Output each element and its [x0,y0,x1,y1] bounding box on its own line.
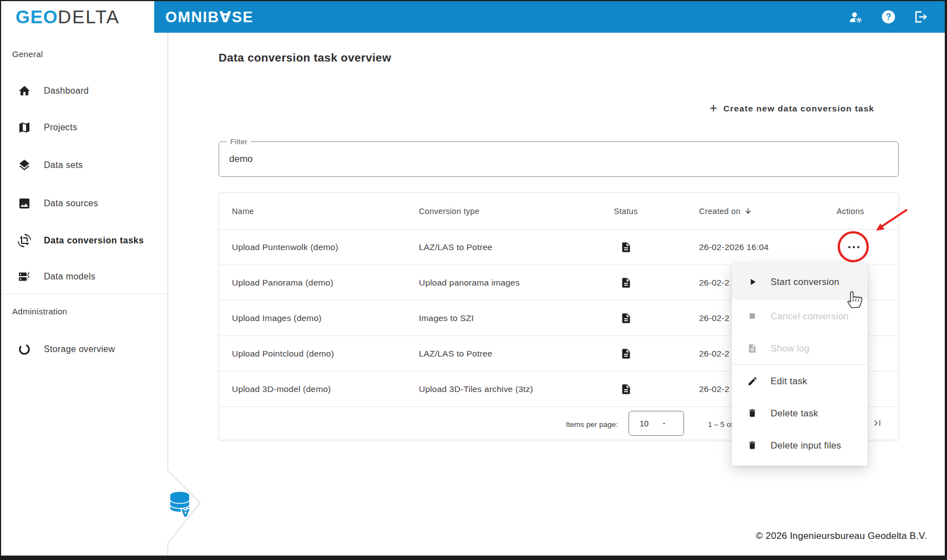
created-on-cell: 26-02-2026 16:04 [699,242,769,252]
image-icon [18,197,31,210]
status-cell [613,276,639,289]
sidebar-item-label: Dashboard [44,86,89,96]
last-page-button[interactable] [872,417,883,431]
items-per-page-value: 10 [640,419,649,428]
create-new-task-label: Create new data conversion task [723,104,874,114]
menu-item-start-conversion[interactable]: Start conversion [732,263,868,300]
page-title: Data conversion task overview [219,51,391,64]
logout-icon[interactable] [913,9,928,24]
conversion-type-cell: Upload panorama images [419,278,520,288]
column-header-status[interactable]: Status [613,207,639,216]
copyright-footer: © 2026 Ingenieursbureau Geodelta B.V. [756,531,927,542]
conversion-type-cell: Images to SZI [419,313,474,323]
logo-delta-text: DELTA [58,7,119,28]
crop-rotate-icon [18,234,31,247]
table-header-row: Name Conversion type Status Created on A… [219,193,898,230]
task-name-cell: Upload Pointcloud (demo) [232,349,334,359]
app-logo-omnibase: OMNIB∀SE [165,1,254,33]
document-status-icon [620,382,632,396]
sidebar-section-general: General [12,49,43,59]
home-icon [18,84,31,98]
top-header-bar: OMNIB∀SE ? [1,1,945,33]
sidebar-item-label: Storage overview [44,344,115,354]
created-on-cell: 26-02-2 [699,278,730,288]
sidebar-item-storage-overview[interactable]: Storage overview [1,338,168,360]
task-name-cell: Upload 3D-model (demo) [232,384,331,394]
create-new-task-button[interactable]: + Create new data conversion task [710,102,874,115]
sidebar-divider [1,294,168,294]
document-status-icon [620,347,632,360]
trash-icon [746,440,758,451]
plus-icon: + [710,102,717,115]
menu-item-label: Cancel conversion [771,311,849,322]
items-per-page-select[interactable]: 10 [629,411,684,436]
stop-icon [746,312,758,320]
user-settings-icon[interactable] [848,10,864,24]
data-models-icon [18,270,31,283]
menu-item-label: Delete task [771,408,818,419]
sidebar-nav: General Dashboard Projects Data sets Dat… [1,33,168,556]
created-on-cell: 26-02-2 [699,384,730,394]
sidebar-item-label: Data sources [44,198,98,208]
sidebar-item-dashboard[interactable]: Dashboard [1,80,168,102]
sidebar-item-data-conversion-tasks[interactable]: Data conversion tasks [1,230,168,252]
sort-descending-icon [744,207,752,215]
table-row: Upload Puntenwolk (demo) LAZ/LAS to Potr… [219,230,898,265]
column-header-conversion-type[interactable]: Conversion type [419,207,479,216]
storage-loop-icon [18,343,31,356]
menu-item-label: Show log [771,343,809,354]
sidebar-item-projects[interactable]: Projects [1,116,168,139]
menu-item-delete-input-files[interactable]: Delete input files [732,429,868,461]
status-cell [613,311,639,325]
caret-down-icon [661,420,667,427]
conversion-type-cell: LAZ/LAS to Potree [419,349,493,359]
sidebar-item-data-sources[interactable]: Data sources [1,192,168,215]
document-status-icon [620,276,632,289]
sidebar-section-administration: Administration [12,307,67,316]
play-icon [746,277,758,287]
conversion-type-cell: Upload 3D-Tiles archive (3tz) [419,384,533,394]
items-per-page-label: Items per page: [566,420,618,428]
sidebar-item-label: Data conversion tasks [44,236,144,246]
column-header-created-on[interactable]: Created on [699,207,752,216]
row-actions-context-menu: Start conversion Cancel conversion Show … [732,263,868,466]
app-window: OMNIB∀SE ? [0,0,947,560]
column-header-actions: Actions [837,207,864,216]
sidebar-item-label: Data models [44,272,95,282]
status-cell [613,240,639,254]
filter-input[interactable]: Filter demo [219,141,899,177]
actions-cell [843,241,865,253]
menu-item-cancel-conversion: Cancel conversion [732,300,868,332]
svg-text:∀: ∀ [181,507,190,519]
row-actions-menu-button[interactable] [846,241,862,253]
conversion-type-cell: LAZ/LAS to Potree [419,242,493,252]
sidebar-item-label: Projects [44,123,77,133]
created-on-cell: 26-02-2 [699,313,730,323]
task-name-cell: Upload Panorama (demo) [232,278,333,288]
map-icon [18,121,31,134]
filter-field-label: Filter [227,138,251,146]
sidebar-item-data-sets[interactable]: Data sets [1,154,168,176]
status-cell [613,347,639,360]
sidebar-item-data-models[interactable]: Data models [1,266,168,288]
menu-item-edit-task[interactable]: Edit task [732,365,868,397]
header-actions: ? [848,1,928,33]
logo-geo-text: GEO [16,7,58,28]
document-status-icon [620,240,632,254]
log-document-icon [746,343,758,354]
layers-icon [18,159,31,172]
pencil-icon [746,376,758,386]
menu-item-label: Edit task [771,376,807,386]
menu-item-label: Delete input files [771,440,841,451]
column-header-name[interactable]: Name [232,207,254,216]
document-status-icon [620,311,632,325]
sidebar-item-label: Data sets [44,160,83,170]
task-name-cell: Upload Puntenwolk (demo) [232,242,338,252]
menu-item-label: Start conversion [771,277,839,287]
task-name-cell: Upload Images (demo) [232,313,322,323]
svg-text:?: ? [886,12,892,22]
help-icon[interactable]: ? [881,9,896,24]
menu-item-show-log: Show log [732,332,868,364]
menu-item-delete-task[interactable]: Delete task [732,397,868,429]
company-logo-geodelta: GEODELTA [1,1,154,33]
